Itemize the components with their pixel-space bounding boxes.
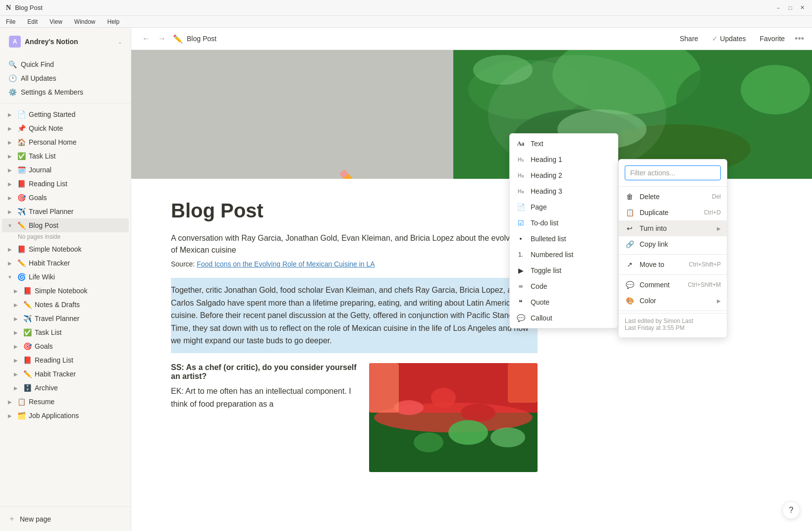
- svg-point-25: [490, 427, 525, 447]
- updates-button[interactable]: ✓ Updates: [708, 33, 750, 45]
- close-button[interactable]: ✕: [798, 4, 806, 12]
- expand-icon: ▶: [6, 398, 14, 406]
- reading-list-label: Reading List: [29, 180, 125, 188]
- sidebar-item-lw-reading-list[interactable]: ▶ 📕 Reading List: [2, 353, 129, 367]
- sidebar-item-journal[interactable]: ▶ 🗓️ Journal: [2, 163, 129, 177]
- sidebar-item-personal-home[interactable]: ▶ 🏠 Personal Home: [2, 135, 129, 149]
- getting-started-label: Getting Started: [29, 110, 125, 118]
- expand-icon: ▶: [6, 152, 14, 160]
- svg-rect-26: [369, 363, 399, 413]
- book2-icon: 📕: [23, 356, 32, 365]
- pencil3-icon: ✏️: [23, 300, 32, 309]
- sidebar-item-lw-task-list[interactable]: ▶ ✅ Task List: [2, 325, 129, 339]
- task-list-label: Task List: [29, 152, 125, 160]
- source-label: Source:: [171, 260, 195, 268]
- action-move-to[interactable]: ↗ Move to Ctrl+Shift+P: [619, 257, 727, 272]
- sidebar-item-habit-tracker[interactable]: ▶ ✏️ Habit Tracker: [2, 256, 129, 270]
- sidebar-item-notes-drafts[interactable]: ▶ ✏️ Notes & Drafts: [2, 298, 129, 312]
- block-type-text[interactable]: Aa Text: [510, 136, 618, 152]
- block-type-page[interactable]: 📄 Page: [510, 199, 618, 215]
- sidebar-item-reading-list[interactable]: ▶ 📕 Reading List: [2, 177, 129, 191]
- check-icon: ✅: [17, 152, 26, 160]
- window-controls: − □ ✕: [774, 4, 806, 12]
- help-button[interactable]: ?: [782, 501, 800, 519]
- sidebar-item-task-list[interactable]: ▶ ✅ Task List: [2, 149, 129, 163]
- page-emoji: ✏️: [173, 34, 183, 44]
- menu-file[interactable]: File: [4, 17, 17, 26]
- sidebar-item-quick-note[interactable]: ▶ 📌 Quick Note: [2, 121, 129, 135]
- filter-input[interactable]: [625, 165, 721, 180]
- workspace-header[interactable]: A Andrey's Notion ⌄: [2, 30, 129, 53]
- forward-button[interactable]: →: [155, 32, 169, 46]
- sidebar-item-life-wiki[interactable]: ▼ 🌀 Life Wiki: [2, 270, 129, 284]
- block-type-todo[interactable]: ☑ To-do list: [510, 215, 618, 231]
- block-type-quote[interactable]: ❝ Quote: [510, 294, 618, 310]
- action-delete[interactable]: 🗑 Delete Del: [619, 189, 727, 205]
- sidebar-item-all-updates[interactable]: 🕐 All Updates: [4, 71, 127, 85]
- back-button[interactable]: ←: [139, 32, 153, 46]
- pencil2-icon: ✏️: [17, 259, 26, 267]
- maximize-button[interactable]: □: [786, 4, 794, 12]
- sidebar-item-blog-post[interactable]: ▼ ✏️ Blog Post: [2, 218, 129, 232]
- action-copy-link[interactable]: 🔗 Copy link: [619, 236, 727, 252]
- sidebar-item-settings[interactable]: ⚙️ Settings & Members: [4, 85, 127, 99]
- block-type-menu: Aa Text H₁ Heading 1 H₂ Heading 2 H₃ Hea…: [509, 133, 618, 328]
- block-type-toggle[interactable]: ▶ Toggle list: [510, 263, 618, 278]
- move-icon: ↗: [625, 260, 635, 269]
- sidebar-item-simple-notebook[interactable]: ▶ 📕 Simple Notebook: [2, 242, 129, 256]
- share-button[interactable]: Share: [676, 33, 702, 45]
- sidebar-item-lw-goals[interactable]: ▶ 🎯 Goals: [2, 339, 129, 353]
- titlebar: N Blog Post − □ ✕: [0, 0, 812, 16]
- lw-habit-tracker-label: Habit Tracker: [35, 370, 125, 378]
- sidebar-item-resume[interactable]: ▶ 📋 Resume: [2, 395, 129, 409]
- target-icon: 🎯: [17, 193, 26, 202]
- menu-view[interactable]: View: [48, 17, 64, 26]
- favorite-button[interactable]: Favorite: [756, 33, 789, 45]
- source-link[interactable]: Food Icons on the Evolving Role of Mexic…: [197, 260, 375, 268]
- sidebar-item-travel-planner[interactable]: ▶ ✈️ Travel Planner: [2, 205, 129, 218]
- new-page-button[interactable]: ＋ New page: [4, 511, 127, 527]
- check-icon: ✓: [712, 35, 718, 43]
- sidebar-nav: ▶ 📄 Getting Started ▶ 📌 Quick Note ▶ 🏠 P…: [0, 106, 131, 506]
- check2-icon: ✅: [23, 328, 32, 337]
- resume-icon: 📋: [17, 397, 26, 406]
- block-type-numbered[interactable]: 1. Numbered list: [510, 247, 618, 263]
- sidebar-item-lw-archive[interactable]: ▶ 🗄️ Archive: [2, 381, 129, 395]
- menu-window[interactable]: Window: [72, 17, 98, 26]
- minimize-button[interactable]: −: [774, 4, 782, 12]
- sidebar-item-getting-started[interactable]: ▶ 📄 Getting Started: [2, 107, 129, 121]
- sidebar-item-lw-habit-tracker[interactable]: ▶ ✏️ Habit Tracker: [2, 367, 129, 381]
- sidebar-item-goals[interactable]: ▶ 🎯 Goals: [2, 191, 129, 205]
- sidebar-item-quick-find[interactable]: 🔍 Quick Find: [4, 57, 127, 71]
- goals-label: Goals: [29, 194, 125, 202]
- menu-edit[interactable]: Edit: [25, 17, 40, 26]
- share-label: Share: [680, 35, 698, 43]
- sidebar-item-job-applications[interactable]: ▶ 🗂️ Job Applications: [2, 409, 129, 423]
- new-page-label: New page: [20, 515, 51, 523]
- action-duplicate[interactable]: 📋 Duplicate Ctrl+D: [619, 205, 727, 220]
- color-arrow-icon: ▶: [717, 298, 721, 304]
- menu-help[interactable]: Help: [106, 17, 122, 26]
- quick-note-label: Quick Note: [29, 124, 125, 132]
- job-applications-label: Job Applications: [29, 412, 125, 420]
- block-type-bulleted[interactable]: • Bulleted list: [510, 231, 618, 247]
- toolbar-right: Share ✓ Updates Favorite •••: [676, 33, 804, 45]
- block-type-code[interactable]: ⌨ Code: [510, 278, 618, 294]
- action-turn-into[interactable]: ↩ Turn into ▶: [619, 220, 727, 236]
- more-button[interactable]: •••: [795, 34, 804, 44]
- sidebar-item-lw-travel-planner[interactable]: ▶ ✈️ Travel Planner: [2, 312, 129, 325]
- action-comment[interactable]: 💬 Comment Ctrl+Shift+M: [619, 277, 727, 293]
- lw-reading-list-label: Reading List: [35, 356, 125, 364]
- action-color[interactable]: 🎨 Color ▶: [619, 293, 727, 309]
- bullet-icon: •: [516, 234, 526, 244]
- block-type-heading1[interactable]: H₁ Heading 1: [510, 152, 618, 167]
- blog-post-label: Blog Post: [29, 221, 125, 229]
- quote-icon: ❝: [516, 297, 526, 307]
- block-type-heading3[interactable]: H₃ Heading 3: [510, 183, 618, 199]
- sidebar-item-life-wiki-simple-notebook[interactable]: ▶ 📕 Simple Notebook: [2, 284, 129, 298]
- plane2-icon: ✈️: [23, 314, 32, 323]
- highlight-text: Together, critic Jonathan Gold, food sch…: [171, 286, 529, 345]
- expand-icon: ▶: [6, 194, 14, 202]
- block-type-callout[interactable]: 💬 Callout: [510, 310, 618, 326]
- block-type-heading2[interactable]: H₂ Heading 2: [510, 167, 618, 183]
